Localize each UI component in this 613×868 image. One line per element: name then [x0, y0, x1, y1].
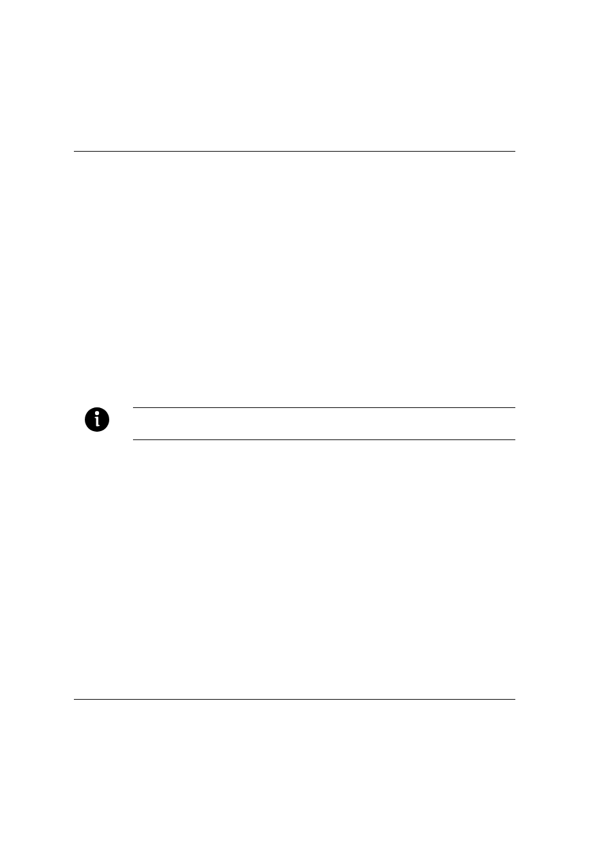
bottom-horizontal-rule [74, 699, 515, 700]
top-horizontal-rule [74, 151, 515, 152]
document-page [0, 0, 613, 868]
svg-point-0 [95, 411, 99, 415]
note-box-top-rule [133, 407, 515, 408]
info-icon [85, 407, 109, 432]
note-box-bottom-rule [133, 439, 515, 440]
